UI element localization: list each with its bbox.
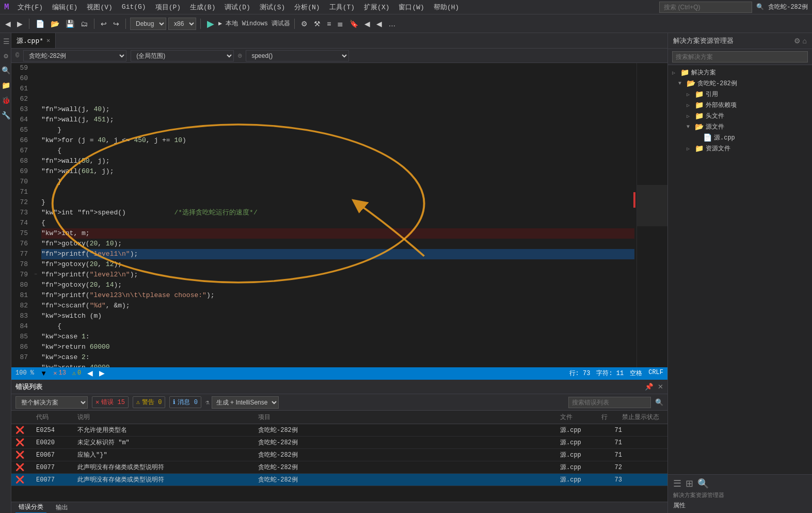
menu-window[interactable]: 窗口(W) [394, 2, 428, 13]
code-line-75[interactable]: "fn">printf("level2\n"); [41, 270, 634, 280]
tree-item-1[interactable]: ▼ 📂 贪吃蛇-282例 [670, 78, 810, 89]
code-line-71[interactable]: "kw">int, m; [41, 228, 634, 239]
attach-btn[interactable]: ⚙ [299, 19, 310, 29]
menu-analyze[interactable]: 分析(N) [290, 2, 324, 13]
global-search-input[interactable] [659, 2, 752, 13]
code-line-60[interactable]: "fn">wall(j, 451); [41, 115, 634, 125]
open-file-btn[interactable]: 📂 [49, 19, 61, 29]
sidebar-home-btn[interactable]: ⌂ [803, 37, 807, 45]
code-line-79[interactable]: "kw">switch (m) [41, 311, 634, 321]
sidebar-search-input[interactable] [672, 51, 808, 63]
code-line-81[interactable]: "kw">case 1: [41, 332, 634, 342]
toolbar-btn-3[interactable]: ≣ [335, 19, 345, 29]
tree-item-0[interactable]: ▷ 📁 解决方案 [670, 67, 810, 78]
code-line-77[interactable]: "fn">printf("level23\n\t\tplease choose:… [41, 290, 634, 301]
activity-icon-1[interactable]: ☰ [0, 35, 12, 48]
tree-item-4[interactable]: ▷ 📁 头文件 [670, 111, 810, 121]
search-property-btn[interactable]: 🔍 [697, 478, 709, 489]
solution-tree[interactable]: ▷ 📁 解决方案 ▼ 📂 贪吃蛇-282例 ▷ 📁 引用 ▷ 📁 外部依赖项 ▷… [668, 65, 812, 474]
tree-expand-3[interactable]: ▷ [687, 102, 693, 108]
error-row-3[interactable]: ❌ E0077 此声明没有存储类或类型说明符 贪吃蛇-282例 源.cpp 72 [11, 461, 667, 474]
menu-tools[interactable]: 工具(T) [325, 2, 359, 13]
code-line-70[interactable]: { [41, 218, 634, 228]
tree-item-2[interactable]: ▷ 📁 引用 [670, 89, 810, 100]
code-line-63[interactable]: { [41, 146, 634, 156]
message-count-badge[interactable]: ℹ 消息 0 [169, 396, 201, 408]
code-line-67[interactable] [41, 187, 634, 197]
code-line-83[interactable]: "kw">case 2: [41, 352, 634, 363]
col-code-header[interactable]: 代码 [36, 413, 77, 422]
tree-expand-0[interactable]: ▷ [672, 70, 678, 76]
code-line-82[interactable]: "kw">return 60000 [41, 342, 634, 352]
code-line-64[interactable]: "fn">wall(50, j); [41, 156, 634, 166]
menu-help[interactable]: 帮助(H) [429, 2, 463, 13]
code-line-73[interactable]: "fn">printf("level1\n"); [41, 249, 634, 259]
tree-item-7[interactable]: ▷ 📁 资源文件 [670, 143, 810, 154]
code-line-74[interactable]: "fn">gotoxy(20, 12); [41, 259, 634, 270]
menu-build[interactable]: 生成(B) [186, 2, 219, 13]
col-suppress-header[interactable]: 禁止显示状态 [622, 413, 663, 422]
toolbar-btn-1[interactable]: ⚒ [312, 19, 323, 29]
minimap[interactable] [636, 63, 667, 367]
menu-project[interactable]: 项目(P) [151, 2, 185, 13]
menu-edit[interactable]: 编辑(E) [48, 2, 82, 13]
error-search-input[interactable] [568, 397, 651, 408]
code-line-62[interactable]: "kw">for (j = 40, j <= 450, j += 10) [41, 135, 634, 146]
error-row-1[interactable]: ❌ E0020 未定义标识符 "m" 贪吃蛇-282例 源.cpp 71 [11, 437, 667, 449]
tree-expand-2[interactable]: ▷ [687, 91, 693, 98]
tree-expand-4[interactable]: ▷ [687, 113, 693, 119]
zoom-dropdown-btn[interactable]: ▼ [40, 369, 47, 377]
bookmark-btn[interactable]: 🔖 [347, 19, 360, 29]
code-line-69[interactable]: "kw">int "fn">speed() /*选择贪吃蛇运行的速度*/ [41, 208, 634, 218]
code-line-59[interactable]: "fn">wall(j, 40); [41, 104, 634, 115]
footer-tab-output[interactable]: 输出 [53, 502, 71, 513]
menu-debug[interactable]: 调试(D) [220, 2, 254, 13]
run-debugger-btn[interactable]: ▶ [205, 18, 216, 29]
tree-expand-5[interactable]: ▼ [687, 124, 693, 130]
activity-icon-2[interactable]: ⚙ [0, 50, 12, 62]
code-line-66[interactable]: } [41, 177, 634, 187]
list-view-btn[interactable]: ☰ [673, 478, 681, 489]
tree-item-3[interactable]: ▷ 📁 外部依赖项 [670, 100, 810, 111]
error-row-0[interactable]: ❌ E0254 不允许使用类型名 贪吃蛇-282例 源.cpp 71 [11, 424, 667, 437]
tree-item-6[interactable]: 📄 源.cpp [670, 132, 810, 143]
toolbar-btn-2[interactable]: ≡ [325, 19, 333, 29]
next-error-btn[interactable]: ▶ [99, 369, 105, 377]
col-file-header[interactable]: 文件 [560, 413, 601, 422]
pin-btn[interactable]: 📌 [645, 383, 654, 391]
footer-tab-errors[interactable]: 错误分类 [15, 502, 46, 513]
code-line-78[interactable]: "fn">cscanf("%d", &m); [41, 301, 634, 311]
fold-indicator-79[interactable]: − [32, 270, 39, 280]
platform-dropdown[interactable]: x86 [168, 18, 196, 30]
tree-expand-7[interactable]: ▷ [687, 146, 693, 152]
save-all-btn[interactable]: 🗂 [78, 19, 90, 29]
col-line-header[interactable]: 行 [601, 413, 622, 422]
new-file-btn[interactable]: 📄 [34, 19, 46, 29]
activity-icon-3[interactable]: 🔍 [0, 64, 12, 77]
activity-icon-6[interactable]: 🔧 [0, 109, 12, 122]
error-row-4[interactable]: ❌ E0077 此声明没有存储类或类型说明符 贪吃蛇-282例 源.cpp 73 [11, 474, 667, 486]
col-project-header[interactable]: 项目 [258, 413, 560, 422]
tree-item-5[interactable]: ▼ 📂 源文件 [670, 121, 810, 132]
menu-file[interactable]: 文件(F) [13, 2, 47, 13]
code-line-80[interactable]: { [41, 321, 634, 332]
menu-extensions[interactable]: 扩展(X) [360, 2, 393, 13]
code-line-84[interactable]: "kw">return 40000 [41, 363, 634, 367]
grid-view-btn[interactable]: ⊞ [686, 478, 693, 489]
error-row-2[interactable]: ❌ E0067 应输入"}" 贪吃蛇-282例 源.cpp 71 [11, 449, 667, 461]
scope-dropdown[interactable]: (全局范围) [131, 50, 234, 61]
error-count-badge[interactable]: ✕ 错误 15 [92, 396, 129, 408]
debug-config-dropdown[interactable]: Debug [130, 18, 166, 30]
tree-expand-1[interactable]: ▼ [678, 81, 684, 86]
toolbar-btn-5[interactable]: ◀ [374, 19, 384, 29]
code-line-72[interactable]: "fn">gotoxy(20, 10); [41, 239, 634, 249]
tab-source-cpp[interactable]: 源.cpp* ✕ [11, 33, 56, 48]
solution-filter-dropdown[interactable]: 整个解决方案 [15, 396, 88, 409]
menu-test[interactable]: 测试(S) [256, 2, 289, 13]
code-line-76[interactable]: "fn">gotoxy(20, 14); [41, 280, 634, 290]
navigate-back-btn[interactable]: ◀ [3, 19, 13, 29]
menu-view[interactable]: 视图(V) [83, 2, 116, 13]
save-btn[interactable]: 💾 [63, 19, 76, 29]
activity-icon-4[interactable]: 📁 [0, 79, 12, 92]
col-desc-header[interactable]: 说明 [77, 413, 258, 422]
